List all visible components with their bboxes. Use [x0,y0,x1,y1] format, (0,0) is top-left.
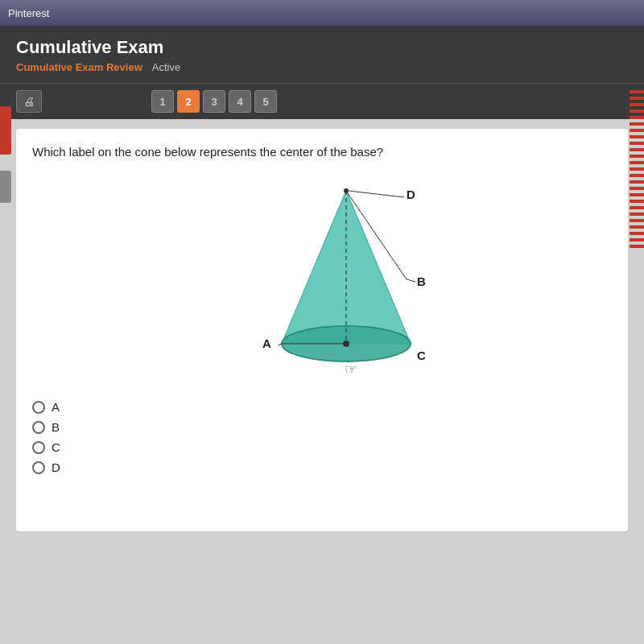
page-button-2[interactable]: 2 [177,90,200,113]
exam-subtitle: Cumulative Exam Review [16,61,142,73]
svg-text:C: C [417,349,426,362]
option-d-label: D [52,460,60,474]
pagination: 1 2 3 4 5 [151,90,277,113]
svg-point-7 [344,188,349,193]
option-a-label: A [52,400,60,414]
svg-text:☞: ☞ [345,361,357,378]
svg-text:B: B [417,275,426,288]
cone-diagram: D B A C ☞ [80,175,612,384]
question-area: Which label on the cone below represents… [16,129,628,531]
option-b-label: B [52,420,60,434]
svg-line-11 [407,279,415,282]
radio-b[interactable] [32,421,45,434]
print-button[interactable]: 🖨 [16,90,42,113]
option-d[interactable]: D [32,460,612,474]
main-area: Cumulative Exam Cumulative Exam Review A… [0,26,644,644]
page-button-4[interactable]: 4 [229,90,251,113]
radio-d[interactable] [32,461,45,474]
right-dots-decoration [630,90,644,251]
exam-title: Cumulative Exam [16,37,628,58]
option-a[interactable]: A [32,400,612,414]
radio-c[interactable] [32,441,45,454]
svg-text:A: A [262,336,271,350]
page-button-5[interactable]: 5 [254,90,277,113]
print-icon: 🖨 [23,95,35,108]
browser-bar: Pinterest [0,0,644,26]
exam-subtitle-row: Cumulative Exam Review Active [16,61,628,73]
toolbar: 🖨 1 2 3 4 5 [0,83,644,119]
page-button-3[interactable]: 3 [203,90,225,113]
page-button-1[interactable]: 1 [151,90,174,113]
option-b[interactable]: B [32,420,612,434]
answer-options: A B C D [32,400,612,474]
svg-point-6 [343,341,349,347]
svg-line-9 [349,191,404,197]
browser-tab-label: Pinterest [8,7,49,19]
svg-text:D: D [407,188,415,201]
header: Cumulative Exam Cumulative Exam Review A… [0,26,644,83]
option-c[interactable]: C [32,440,612,454]
radio-a[interactable] [32,401,45,414]
question-text: Which label on the cone below represents… [32,145,612,159]
option-c-label: C [52,440,60,454]
active-badge: Active [152,61,180,73]
left-accent-bar [0,106,11,155]
cone-svg: D B A C ☞ [233,175,459,384]
left-accent-bar-2 [0,171,11,203]
